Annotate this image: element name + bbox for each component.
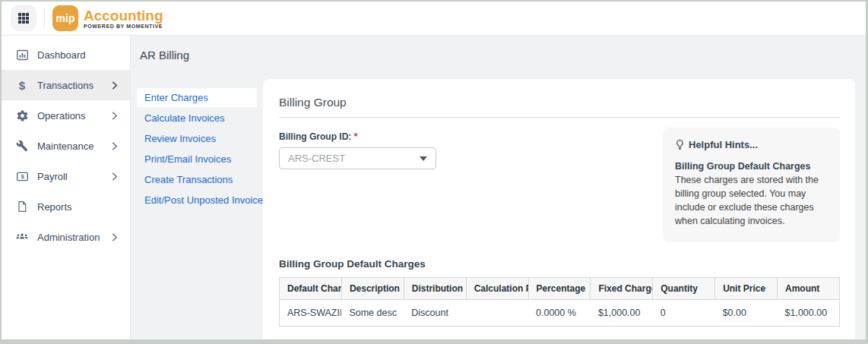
column-header-distribution[interactable]: Distribution ... [404, 277, 466, 299]
table-cell: $1,000.00 [778, 299, 840, 326]
sidebar-item-dashboard[interactable]: Dashboard [2, 39, 130, 70]
column-header-quantity[interactable]: Quantity [653, 277, 715, 299]
administration-icon [15, 230, 29, 244]
app-grid-button[interactable] [11, 5, 36, 31]
subnav-item-print-email-invoices[interactable]: Print/Email Invoices [137, 150, 257, 169]
sidebar-item-operations[interactable]: Operations [2, 100, 130, 131]
table-cell: Some desc [341, 299, 404, 326]
app-tagline: POWERED BY MOMENTIVE [84, 24, 163, 29]
table-cell [466, 299, 528, 326]
lightbulb-icon [675, 139, 685, 150]
column-header-unit-price[interactable]: Unit Price [715, 277, 778, 299]
column-header-amount[interactable]: Amount [778, 277, 840, 299]
section-divider [279, 117, 840, 118]
column-header-percentage[interactable]: Percentage [528, 277, 591, 299]
subnav-item-review-invoices[interactable]: Review Invoices [137, 129, 257, 148]
billing-group-id-label: Billing Group ID: * [279, 131, 663, 142]
transactions-icon: $ [15, 80, 29, 91]
sidebar-item-transactions[interactable]: $Transactions [2, 70, 130, 100]
svg-text:$: $ [21, 173, 24, 180]
operations-icon [15, 109, 29, 122]
sidebar-item-administration[interactable]: Administration [2, 222, 130, 252]
sidebar-nav: Dashboard$TransactionsOperationsMaintena… [2, 36, 131, 339]
chevron-right-icon [112, 233, 118, 241]
sidebar-item-label: Reports [37, 201, 118, 213]
chevron-right-icon [112, 172, 118, 181]
table-cell: 0.0000 % [528, 299, 591, 326]
sidebar-item-label: Maintenance [37, 140, 103, 152]
horizontal-scrollbar[interactable] [2, 339, 866, 344]
table-cell: $1,000.00 [591, 299, 653, 326]
sidebar-item-label: Transactions [37, 80, 103, 91]
billing-group-select-value: ARS-CREST [288, 153, 345, 164]
table-cell: $0.00 [715, 299, 778, 326]
helpful-hints-subtitle: Billing Group Default Charges [675, 161, 828, 172]
subnav-item-calculate-invoices[interactable]: Calculate Invoices [137, 109, 257, 128]
billing-group-id-label-text: Billing Group ID: [279, 131, 351, 142]
app-window: mip Accounting POWERED BY MOMENTIVE Dash… [0, 0, 868, 344]
charges-table: Default Char...DescriptionDistribution .… [279, 277, 840, 327]
sidebar-item-payroll[interactable]: $Payroll [2, 161, 130, 191]
chevron-right-icon [112, 112, 118, 120]
table-cell: Discount [404, 299, 466, 326]
maintenance-icon [15, 140, 29, 152]
dashboard-icon [15, 49, 29, 62]
app-header: mip Accounting POWERED BY MOMENTIVE [2, 2, 866, 36]
sidebar-item-reports[interactable]: Reports [2, 191, 130, 222]
sidebar-item-label: Payroll [37, 171, 103, 182]
mip-logo: mip [52, 5, 78, 31]
sidebar-item-label: Dashboard [37, 49, 118, 61]
subnav: Enter ChargesCalculate InvoicesReview In… [131, 79, 263, 339]
table-cell: ARS-SWAZIL [280, 299, 342, 326]
payroll-icon: $ [15, 170, 29, 183]
sidebar-item-label: Administration [37, 232, 103, 243]
chevron-right-icon [112, 142, 118, 150]
main-card: Billing Group Billing Group ID: * ARS-CR… [263, 79, 855, 339]
app-grid-icon [17, 12, 30, 24]
reports-icon [15, 200, 29, 213]
header-divider [44, 9, 45, 27]
subnav-item-create-transactions[interactable]: Create Transactions [137, 170, 257, 189]
page-content: AR Billing Enter ChargesCalculate Invoic… [131, 36, 866, 339]
helpful-hints-panel: Helpful Hints... Billing Group Default C… [663, 128, 840, 242]
caret-down-icon [420, 156, 427, 161]
chevron-right-icon [112, 81, 118, 90]
page-title: AR Billing [131, 36, 866, 79]
column-header-description[interactable]: Description [341, 277, 404, 299]
table-row[interactable]: ARS-SWAZILSome descDiscount0.0000 %$1,00… [280, 299, 840, 326]
charges-table-title: Billing Group Default Charges [279, 258, 840, 270]
column-header-default-char[interactable]: Default Char... [280, 277, 342, 299]
subnav-item-edit-post-unposted-invoices[interactable]: Edit/Post Unposted Invoices [137, 191, 257, 210]
brand-block: Accounting POWERED BY MOMENTIVE [84, 8, 163, 29]
column-header-fixed-charge[interactable]: Fixed Charge [591, 277, 653, 299]
app-name: Accounting [84, 8, 163, 23]
required-marker: * [354, 131, 358, 142]
table-cell: 0 [653, 299, 715, 326]
sidebar-item-label: Operations [37, 110, 103, 122]
sidebar-item-maintenance[interactable]: Maintenance [2, 131, 130, 161]
subnav-item-enter-charges[interactable]: Enter Charges [137, 88, 257, 107]
helpful-hints-title: Helpful Hints... [689, 139, 758, 150]
billing-group-select[interactable]: ARS-CREST [279, 147, 436, 169]
section-title: Billing Group [279, 96, 840, 109]
helpful-hints-body: These charges are stored with the billin… [675, 173, 828, 229]
column-header-calculation-p[interactable]: Calculation P... [466, 277, 528, 299]
